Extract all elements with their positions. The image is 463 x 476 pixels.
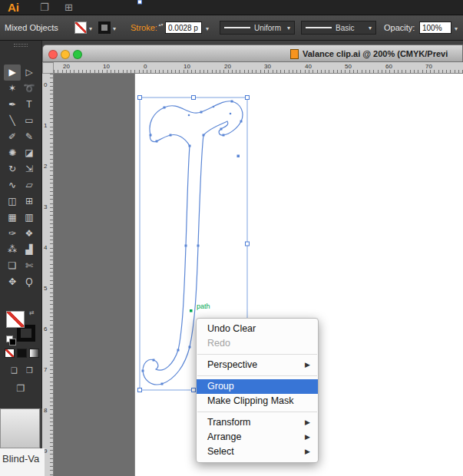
submenu-arrow-icon: ▶ bbox=[305, 430, 310, 445]
ruler-corner bbox=[42, 62, 54, 74]
menu-item-perspective[interactable]: Perspective ▶ bbox=[197, 358, 318, 372]
close-window-button[interactable] bbox=[48, 50, 58, 59]
direct-selection-tool[interactable]: ▷ bbox=[21, 64, 38, 81]
bridge-icon[interactable]: ❐ bbox=[40, 2, 49, 13]
tools-panel: ▶ ▷ ✶ ➰ ✒ T ╲ ▭ ✐ ✎ ✺ ◪ ↻ ⇲ ∿ ▱ ◫ ⊞ ▦ ▥ … bbox=[0, 41, 42, 408]
brushes-panel-fragment[interactable]: Blind-Va bbox=[0, 448, 45, 476]
color-button[interactable] bbox=[17, 349, 27, 358]
swap-fill-stroke-icon[interactable]: ⇄ bbox=[29, 309, 35, 316]
opacity-dropdown-icon[interactable]: ▾ bbox=[455, 25, 458, 32]
menu-item-label: Redo bbox=[207, 336, 230, 351]
ruler-number: 1 bbox=[44, 122, 47, 129]
stroke-weight-dropdown-icon[interactable]: ▾ bbox=[206, 25, 209, 32]
rotate-tool[interactable]: ↻ bbox=[4, 161, 21, 177]
draw-behind-mode-icon[interactable]: ❒ bbox=[23, 365, 36, 376]
vertical-ruler[interactable]: 0 1 2 3 4 5 6 7 8 9 bbox=[42, 74, 54, 476]
slice-tool[interactable]: ✄ bbox=[21, 258, 38, 274]
stroke-color-swatch[interactable] bbox=[98, 21, 111, 34]
menu-item-group[interactable]: Group bbox=[197, 379, 318, 394]
arrange-documents-icon[interactable]: ⊞ bbox=[64, 2, 73, 13]
minimize-window-button[interactable] bbox=[61, 50, 70, 59]
gradient-tool[interactable]: ▥ bbox=[21, 210, 38, 226]
window-title: Valance clip.ai @ 200% (CMYK/Previ bbox=[303, 49, 448, 58]
opacity-input[interactable] bbox=[419, 21, 451, 34]
window-title-bar[interactable]: Valance clip.ai @ 200% (CMYK/Previ bbox=[42, 45, 463, 62]
document-icon bbox=[290, 49, 299, 59]
eyedropper-tool[interactable]: ✑ bbox=[4, 226, 21, 242]
brush-definition-select[interactable]: Basic ▾ bbox=[301, 21, 376, 35]
column-graph-tool[interactable]: ▟ bbox=[21, 242, 38, 258]
menu-separator bbox=[197, 354, 317, 355]
zoom-window-button[interactable] bbox=[73, 50, 82, 59]
hand-tool[interactable]: ✥ bbox=[4, 274, 21, 290]
variable-width-profile-select[interactable]: Uniform ▾ bbox=[220, 21, 295, 35]
rectangle-tool[interactable]: ▭ bbox=[21, 113, 38, 129]
width-tool[interactable]: ∿ bbox=[4, 177, 21, 193]
illustrator-logo: Ai bbox=[8, 1, 19, 14]
default-colors-icon[interactable] bbox=[9, 339, 16, 345]
selection-tool[interactable]: ▶ bbox=[4, 64, 21, 81]
type-tool[interactable]: T bbox=[21, 97, 38, 113]
scale-tool[interactable]: ⇲ bbox=[21, 161, 38, 177]
menu-item-undo-clear[interactable]: Undo Clear bbox=[197, 322, 318, 336]
brush-name-label: Blind-Va bbox=[2, 453, 39, 464]
magic-wand-tool[interactable]: ✶ bbox=[4, 81, 21, 97]
free-transform-tool[interactable]: ▱ bbox=[21, 177, 38, 193]
panel-grip-icon[interactable] bbox=[14, 44, 28, 47]
ruler-number: 10 bbox=[184, 63, 190, 70]
stroke-weight-stepper[interactable]: ▴▾ bbox=[157, 21, 164, 34]
ruler-number: 60 bbox=[385, 63, 392, 70]
shape-builder-tool[interactable]: ◫ bbox=[4, 193, 21, 210]
color-mode-row bbox=[5, 349, 39, 358]
ruler-number: 4 bbox=[44, 244, 47, 251]
perspective-grid-tool[interactable]: ⊞ bbox=[21, 193, 38, 210]
gradient-button[interactable] bbox=[29, 349, 39, 358]
line-tool[interactable]: ╲ bbox=[4, 113, 21, 129]
draw-normal-mode-icon[interactable]: ❑ bbox=[8, 365, 21, 376]
menu-item-label: Arrange bbox=[207, 430, 241, 445]
zoom-tool[interactable]: Ϙ bbox=[21, 274, 38, 290]
horizontal-ruler[interactable]: 20 10 0 10 20 30 40 50 60 70 bbox=[54, 62, 463, 74]
none-button[interactable] bbox=[5, 349, 15, 358]
mesh-tool[interactable]: ▦ bbox=[4, 210, 21, 226]
paintbrush-tool[interactable]: ✐ bbox=[4, 129, 21, 145]
fill-swatch[interactable] bbox=[6, 311, 25, 328]
pencil-tool[interactable]: ✎ bbox=[21, 129, 38, 145]
context-menu: Undo Clear Redo Perspective ▶ Group Make… bbox=[196, 318, 319, 463]
width-profile-value: Uniform bbox=[254, 24, 281, 32]
menu-item-label: Group bbox=[207, 379, 234, 394]
menu-item-label: Perspective bbox=[207, 358, 257, 372]
artboard-tool[interactable]: ❏ bbox=[4, 258, 21, 274]
ruler-number: 2 bbox=[44, 163, 47, 170]
screen-mode-button[interactable]: ❐ bbox=[12, 382, 29, 395]
menu-item-transform[interactable]: Transform ▶ bbox=[197, 415, 318, 430]
ruler-number: 6 bbox=[44, 326, 47, 332]
opacity-label[interactable]: Opacity: bbox=[384, 23, 415, 32]
blend-tool[interactable]: ❖ bbox=[21, 226, 38, 242]
pen-tool[interactable]: ✒ bbox=[4, 97, 21, 113]
ruler-number: 30 bbox=[264, 63, 271, 70]
ruler-number: 20 bbox=[63, 63, 70, 70]
menu-item-make-clipping-mask[interactable]: Make Clipping Mask bbox=[197, 394, 318, 408]
stroke-weight-label[interactable]: Stroke: bbox=[131, 23, 157, 32]
none-fill-icon bbox=[75, 22, 86, 33]
lasso-tool[interactable]: ➰ bbox=[21, 81, 38, 97]
docked-panel[interactable] bbox=[0, 408, 40, 448]
fill-dropdown-arrow-icon[interactable]: ▾ bbox=[89, 25, 92, 32]
submenu-arrow-icon: ▶ bbox=[305, 445, 310, 459]
menu-item-select[interactable]: Select ▶ bbox=[197, 445, 318, 459]
stroke-weight-input[interactable] bbox=[165, 21, 202, 34]
blob-brush-tool[interactable]: ✺ bbox=[4, 145, 21, 161]
ruler-number: 3 bbox=[44, 203, 47, 210]
eraser-tool[interactable]: ◪ bbox=[21, 145, 38, 161]
symbol-sprayer-tool[interactable]: ⁂ bbox=[4, 242, 21, 258]
tools-grid: ▶ ▷ ✶ ➰ ✒ T ╲ ▭ ✐ ✎ ✺ ◪ ↻ ⇲ ∿ ▱ ◫ ⊞ ▦ ▥ … bbox=[4, 64, 38, 290]
menu-item-arrange[interactable]: Arrange ▶ bbox=[197, 430, 318, 445]
drawing-modes-row: ❑ ❒ bbox=[8, 365, 42, 376]
width-profile-line-icon bbox=[224, 27, 250, 28]
ruler-number: 0 bbox=[144, 63, 147, 70]
ruler-number: 10 bbox=[103, 63, 110, 70]
stroke-dropdown-arrow-icon[interactable]: ▾ bbox=[113, 25, 116, 32]
fill-color-swatch[interactable] bbox=[74, 21, 87, 34]
menu-separator bbox=[197, 412, 317, 412]
